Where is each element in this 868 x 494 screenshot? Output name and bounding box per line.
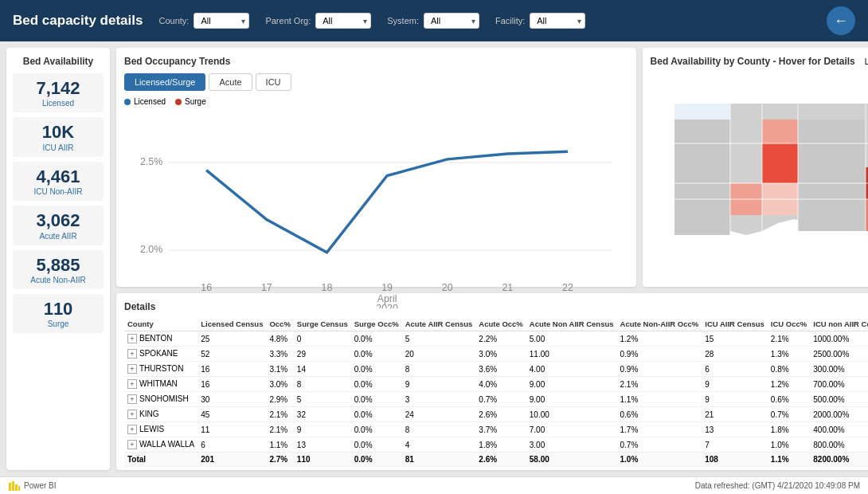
bed-availability-title: Bed Availability	[13, 56, 104, 67]
system-filter-group: System: All	[387, 13, 479, 29]
col-icu-occ: ICU Occ%	[768, 317, 810, 331]
table-row: Total2012.7%1100.0%812.6%58.001.0%1081.1…	[124, 453, 868, 467]
parent-org-select-wrapper[interactable]: All	[315, 13, 371, 29]
table-row: +THURSTON163.1%140.0%83.6%4.000.9%60.8%3…	[124, 362, 868, 377]
col-icu-aiir: ICU AIIR Census	[702, 317, 768, 331]
cell-aocc: 3.7%	[475, 422, 526, 437]
system-select-wrapper[interactable]: All	[424, 13, 479, 29]
cell-icuaiir: 15	[702, 331, 768, 347]
stat-icu-non-aiir: 4,461 ICU Non-AIIR	[13, 162, 104, 201]
county-king	[762, 143, 798, 183]
cell-county: +LEWIS	[124, 422, 197, 437]
cell-socc: 0.0%	[351, 362, 402, 377]
occupancy-trends-panel: Bed Occupancy Trends Licensed/Surge Acut…	[116, 48, 636, 287]
table-row: +BENTON254.8%00.0%52.2%5.001.2%152.1%100…	[124, 331, 868, 347]
col-surge-census: Surge Census	[294, 317, 351, 331]
cell-sc: 0	[294, 331, 351, 347]
parent-org-select[interactable]: All	[315, 13, 371, 29]
table-row: +WALLA WALLA61.1%130.0%41.8%3.000.7%71.0…	[124, 437, 868, 453]
chart-tab-group: Licensed/Surge Acute ICU	[124, 73, 628, 91]
cell-occ: 1.1%	[266, 437, 293, 453]
cell-sc: 13	[294, 437, 351, 453]
cell-aiir: 24	[402, 407, 476, 422]
cell-sc: 9	[294, 422, 351, 437]
legend-licensed-label: Licensed	[134, 97, 166, 106]
details-table: County Licensed Census Occ% Surge Census…	[124, 317, 868, 467]
expand-icon[interactable]: +	[127, 440, 137, 449]
cell-county: Total	[124, 453, 197, 467]
facility-select-wrapper[interactable]: All	[530, 13, 585, 29]
cell-naiirocc: 0.9%	[617, 347, 702, 362]
expand-icon[interactable]: +	[127, 349, 137, 359]
tab-icu[interactable]: ICU	[256, 73, 291, 91]
expand-icon[interactable]: +	[127, 410, 137, 419]
county-gray2	[674, 183, 730, 235]
system-filter-label: System:	[387, 16, 419, 25]
expand-icon[interactable]: +	[127, 334, 137, 343]
cell-icuocc: 0.6%	[768, 392, 810, 407]
cell-aiir: 81	[402, 453, 476, 467]
legend-surge-label: Surge	[185, 97, 206, 106]
stat-acute-aiir: 3,062 Acute AIIR	[13, 206, 104, 245]
county-gray1	[674, 120, 730, 183]
cell-lc: 11	[197, 422, 266, 437]
expand-icon[interactable]: +	[127, 379, 137, 389]
cell-sc: 29	[294, 347, 351, 362]
cell-icunon: 400.00%	[810, 422, 868, 437]
cell-icuaiir: 9	[702, 392, 768, 407]
cell-socc: 0.0%	[351, 422, 402, 437]
cell-icuocc: 1.8%	[768, 422, 810, 437]
svg-text:21: 21	[502, 282, 513, 293]
cell-county: +THURSTON	[124, 362, 197, 377]
col-county: County	[124, 317, 197, 331]
svg-rect-21	[9, 483, 11, 491]
cell-icunon: 500.00%	[810, 392, 868, 407]
legend-surge: Surge	[175, 97, 206, 106]
expand-icon[interactable]: +	[127, 394, 137, 404]
cell-socc: 0.0%	[351, 377, 402, 392]
col-acute-occ: Acute Occ%	[475, 317, 526, 331]
expand-icon[interactable]: +	[127, 364, 137, 374]
cell-county: +SPOKANE	[124, 347, 197, 362]
county-whitman	[866, 199, 868, 231]
cell-lc: 45	[197, 407, 266, 422]
cell-naiirocc: 1.1%	[617, 392, 702, 407]
tab-acute[interactable]: Acute	[209, 73, 252, 91]
facility-select[interactable]: All	[530, 13, 585, 29]
cell-occ: 3.0%	[266, 377, 293, 392]
cell-icunon: 1000.00%	[810, 331, 868, 347]
expand-icon[interactable]: +	[127, 425, 137, 434]
cell-sc: 14	[294, 362, 351, 377]
cell-aiir: 4	[402, 437, 476, 453]
county-select-wrapper[interactable]: All	[194, 13, 249, 29]
cell-aocc: 0.7%	[475, 392, 526, 407]
cell-naiirocc: 2.1%	[617, 377, 702, 392]
powerbi-logo: Power BI	[8, 480, 57, 492]
legend-licensed: Licensed	[124, 97, 166, 106]
cell-icuaiir: 28	[702, 347, 768, 362]
system-select[interactable]: All	[424, 13, 479, 29]
cell-naiirocc: 0.9%	[617, 362, 702, 377]
cell-lc: 25	[197, 331, 266, 347]
chart-legend: Licensed Surge	[124, 97, 628, 106]
facility-filter-label: Facility:	[495, 16, 525, 25]
cell-icuocc: 1.2%	[768, 377, 810, 392]
cell-naiirc: 9.00	[526, 392, 617, 407]
cell-naiirc: 10.00	[526, 407, 617, 422]
col-acute-aiir: Acute AIIR Census	[402, 317, 476, 331]
back-button[interactable]: ←	[827, 6, 855, 35]
cell-icuocc: 2.1%	[768, 331, 810, 347]
cell-icunon: 700.00%	[810, 377, 868, 392]
county-select[interactable]: All	[194, 13, 249, 29]
cell-county: +BENTON	[124, 331, 197, 347]
svg-rect-23	[15, 484, 18, 491]
cell-naiirocc: 1.2%	[617, 331, 702, 347]
tab-licensed-surge[interactable]: Licensed/Surge	[124, 73, 205, 91]
cell-aiir: 9	[402, 377, 476, 392]
stat-icu-aiir-value: 10K	[19, 122, 97, 143]
map-legend: Low High	[865, 57, 868, 66]
cell-icuocc: 1.0%	[768, 437, 810, 453]
cell-naiirocc: 1.7%	[617, 422, 702, 437]
table-header-row: County Licensed Census Occ% Surge Census…	[124, 317, 868, 331]
table-row: +SNOHOMISH302.9%50.0%30.7%9.001.1%90.6%5…	[124, 392, 868, 407]
